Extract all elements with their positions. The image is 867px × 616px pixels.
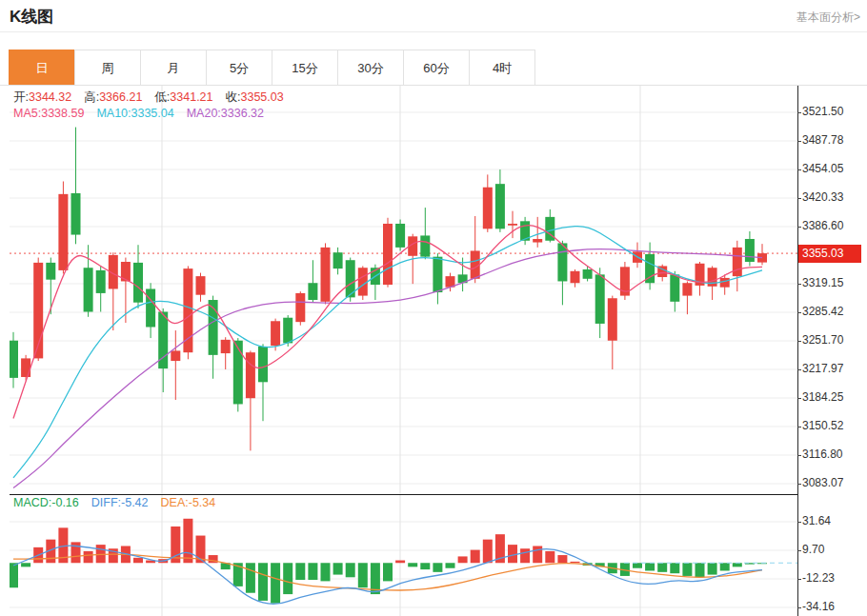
axis-tick bbox=[797, 550, 801, 551]
price-axis-label: 3521.50 bbox=[802, 105, 843, 118]
axis-tick bbox=[797, 369, 801, 370]
price-axis-label: 3116.80 bbox=[802, 447, 843, 461]
price-axis-label: 3487.78 bbox=[802, 133, 843, 147]
price-axis-label: 3251.70 bbox=[802, 333, 843, 347]
axis-tick bbox=[797, 427, 801, 427]
macd-axis-label: -34.16 bbox=[802, 600, 835, 613]
axis-tick bbox=[797, 198, 801, 199]
price-axis-label: 3454.05 bbox=[802, 162, 843, 175]
axis-tick bbox=[797, 141, 801, 142]
axis-tick bbox=[797, 455, 801, 456]
axis-tick bbox=[797, 341, 801, 342]
price-axis-label: 3319.15 bbox=[802, 276, 843, 289]
price-axis-label: 3083.07 bbox=[802, 476, 843, 489]
price-axis-label: 3184.25 bbox=[802, 390, 843, 404]
tab-min15[interactable]: 15分 bbox=[272, 50, 337, 86]
price-axis-label: 3217.97 bbox=[802, 362, 843, 375]
tab-week[interactable]: 周 bbox=[74, 50, 140, 86]
macd-axis-label: 9.70 bbox=[802, 543, 824, 556]
macd-axis-label: -12.23 bbox=[802, 571, 835, 585]
title-divider bbox=[0, 31, 867, 32]
axis-tick bbox=[797, 284, 801, 285]
tab-hour4[interactable]: 4时 bbox=[469, 50, 535, 86]
axis-tick bbox=[797, 312, 801, 313]
axis-tick bbox=[797, 484, 801, 485]
tab-min5[interactable]: 5分 bbox=[206, 50, 272, 86]
tab-min30[interactable]: 30分 bbox=[337, 50, 403, 86]
price-axis-label: 3420.33 bbox=[802, 190, 843, 204]
y-axis-line bbox=[797, 86, 798, 616]
fundamental-analysis-link[interactable]: 基本面分析> bbox=[796, 10, 860, 26]
main-candlestick-chart[interactable] bbox=[10, 86, 797, 494]
axis-tick bbox=[797, 112, 801, 113]
price-axis-label: 3150.52 bbox=[802, 419, 843, 432]
page-title: K线图 bbox=[10, 6, 53, 28]
axis-tick bbox=[797, 522, 801, 523]
macd-axis-label: 31.64 bbox=[802, 514, 831, 527]
candles-group bbox=[10, 128, 767, 451]
axis-tick bbox=[797, 398, 801, 399]
axis-tick bbox=[797, 579, 801, 580]
tab-day[interactable]: 日 bbox=[9, 50, 74, 86]
kline-widget: K线图 基本面分析> 日周月5分15分30分60分4时 开:3344.32高:3… bbox=[0, 0, 867, 616]
axis-tick bbox=[797, 227, 801, 228]
axis-tick bbox=[797, 607, 801, 608]
price-axis-label: 3386.60 bbox=[802, 219, 843, 232]
price-axis-label: 3285.42 bbox=[802, 305, 843, 318]
tab-min60[interactable]: 60分 bbox=[403, 50, 469, 86]
current-price-tag: 3355.03 bbox=[798, 245, 861, 263]
period-tabbar: 日周月5分15分30分60分4时 bbox=[9, 50, 535, 86]
axis-tick bbox=[797, 169, 801, 170]
macd-chart[interactable] bbox=[10, 494, 797, 616]
tab-month[interactable]: 月 bbox=[140, 50, 206, 86]
